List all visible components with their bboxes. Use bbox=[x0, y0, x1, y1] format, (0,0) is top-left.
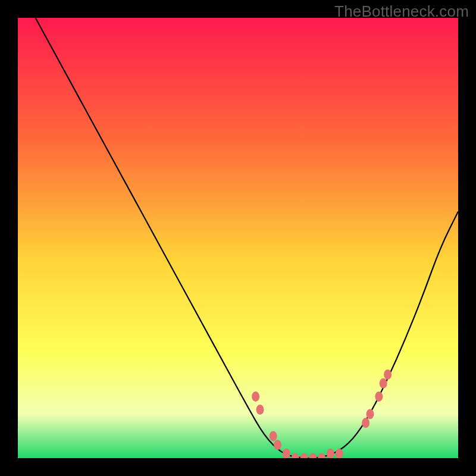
highlight-dot bbox=[362, 418, 369, 428]
highlight-dot bbox=[380, 378, 387, 389]
chart-frame: TheBottleneck.com bbox=[0, 0, 476, 476]
highlight-dot bbox=[384, 369, 392, 380]
chart-svg bbox=[18, 18, 458, 458]
highlight-dot bbox=[367, 409, 374, 419]
gradient-background bbox=[18, 18, 458, 458]
plot-area bbox=[18, 18, 458, 458]
highlight-dot bbox=[256, 405, 264, 415]
highlight-dot bbox=[270, 431, 277, 441]
highlight-dot bbox=[375, 392, 383, 402]
highlight-dot bbox=[274, 440, 281, 450]
highlight-dot bbox=[252, 392, 259, 402]
